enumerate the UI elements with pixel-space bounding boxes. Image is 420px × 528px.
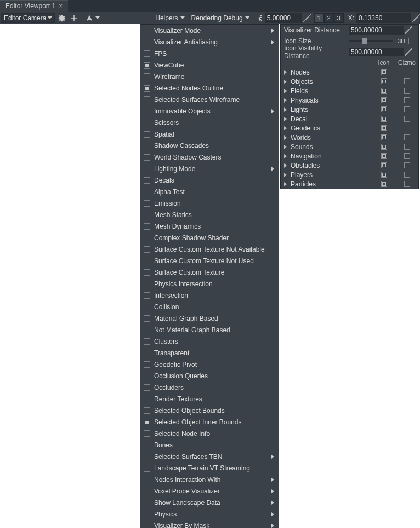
menu-item[interactable]: FPS — [140, 48, 279, 59]
helpers-dropdown[interactable]: Helpers — [152, 12, 188, 24]
tree-row[interactable]: Objects — [281, 77, 418, 86]
menu-item[interactable]: Not Material Graph Based — [140, 324, 279, 336]
tree-row[interactable]: Lights — [281, 105, 418, 114]
checkbox[interactable] — [144, 189, 150, 195]
menu-item[interactable]: Collision — [140, 301, 279, 313]
menu-item[interactable]: Selected Node Info — [140, 428, 279, 439]
tree-row[interactable]: Nodes — [281, 67, 418, 77]
gizmo-toggle[interactable] — [404, 88, 410, 94]
menu-item[interactable]: Selected Surfaces Wireframe — [140, 94, 279, 105]
menu-item[interactable]: Voxel Probe Visualizer — [140, 485, 279, 497]
checkbox[interactable] — [144, 177, 150, 184]
checkbox[interactable] — [144, 258, 150, 264]
gizmo-toggle[interactable] — [404, 116, 410, 122]
menu-item[interactable]: Mesh Dynamics — [140, 220, 279, 232]
checkbox[interactable] — [144, 212, 150, 218]
menu-item[interactable]: Alpha Test — [140, 186, 279, 197]
icon-toggle[interactable] — [381, 134, 387, 140]
checkbox[interactable] — [144, 465, 150, 472]
menu-item[interactable]: Show Landscape Data — [140, 497, 279, 508]
view-button-1[interactable]: 1 — [314, 13, 324, 23]
checkbox[interactable] — [144, 73, 150, 80]
expand-icon[interactable] — [284, 70, 287, 75]
expand-icon[interactable] — [284, 89, 287, 93]
tree-row[interactable]: Decal — [281, 114, 418, 123]
checkbox[interactable] — [144, 430, 150, 437]
navigation-icon[interactable] — [84, 13, 94, 23]
expand-icon[interactable] — [284, 126, 287, 130]
gizmo-toggle[interactable] — [404, 153, 410, 159]
menu-item[interactable]: Lighting Mode — [140, 163, 279, 174]
gear-icon[interactable] — [57, 13, 67, 23]
expand-icon[interactable] — [284, 135, 287, 140]
speed-input[interactable] — [265, 13, 302, 23]
checkbox[interactable] — [144, 131, 150, 138]
icon-vis-input[interactable] — [349, 48, 404, 56]
expand-icon[interactable] — [284, 117, 287, 121]
gizmo-toggle[interactable] — [404, 134, 410, 140]
three-d-checkbox[interactable] — [408, 38, 415, 44]
resize-icon[interactable] — [405, 26, 412, 34]
menu-item[interactable]: Surface Custom Texture Not Used — [140, 255, 279, 266]
menu-item[interactable]: Occluders — [140, 382, 279, 393]
icon-toggle[interactable] — [381, 106, 387, 112]
person-run-icon[interactable] — [255, 13, 265, 23]
icon-toggle[interactable] — [381, 153, 387, 159]
tree-row[interactable]: Geodetics — [281, 123, 418, 133]
checkbox[interactable] — [144, 396, 150, 402]
gizmo-toggle[interactable] — [404, 78, 410, 84]
checkbox[interactable] — [144, 154, 150, 161]
checkbox[interactable] — [144, 292, 150, 299]
menu-item[interactable]: Shadow Cascades — [140, 140, 279, 151]
menu-item[interactable]: Visualizer Antialiasing — [140, 36, 279, 48]
menu-item[interactable]: Material Graph Based — [140, 313, 279, 324]
camera-select[interactable]: Editor Camera — [1, 13, 55, 23]
expand-icon[interactable] — [284, 107, 287, 112]
checkbox[interactable] — [144, 50, 150, 57]
expand-icon[interactable] — [284, 80, 287, 84]
icon-toggle[interactable] — [381, 181, 387, 187]
close-icon[interactable]: × — [59, 2, 63, 10]
menu-item[interactable]: Intersection — [140, 289, 279, 301]
icon-toggle[interactable] — [381, 88, 387, 94]
slider-thumb[interactable] — [362, 38, 367, 44]
rendering-debug-dropdown[interactable]: Rendering Debug — [188, 12, 253, 24]
tree-row[interactable]: Fields — [281, 86, 418, 95]
gizmo-toggle[interactable] — [404, 144, 410, 150]
menu-item[interactable]: Selected Surfaces TBN — [140, 451, 279, 462]
gizmo-toggle[interactable] — [404, 162, 410, 168]
menu-item[interactable]: Transparent — [140, 347, 279, 359]
menu-item[interactable]: Selected Object Inner Bounds — [140, 416, 279, 428]
expand-icon[interactable] — [284, 154, 287, 158]
menu-item[interactable]: Wireframe — [140, 71, 279, 82]
tree-row[interactable]: Obstacles — [281, 161, 418, 170]
menu-item[interactable]: Decals — [140, 174, 279, 186]
menu-item[interactable]: ViewCube — [140, 59, 279, 71]
menu-item[interactable]: Selected Object Bounds — [140, 405, 279, 416]
icon-toggle[interactable] — [381, 162, 387, 168]
tree-row[interactable]: Physicals — [281, 95, 418, 105]
menu-item[interactable]: Visualizer By Mask — [140, 520, 279, 528]
gizmo-toggle[interactable] — [404, 106, 410, 112]
menu-item[interactable]: World Shadow Casters — [140, 151, 279, 163]
icon-size-slider[interactable] — [349, 40, 393, 42]
checkbox[interactable] — [144, 85, 150, 92]
checkbox[interactable] — [144, 407, 150, 414]
checkbox[interactable] — [144, 143, 150, 149]
menu-item[interactable]: Selected Nodes Outline — [140, 82, 279, 94]
icon-toggle[interactable] — [381, 78, 387, 84]
tree-row[interactable]: Players — [281, 170, 418, 179]
expand-icon[interactable] — [284, 163, 287, 168]
icon-toggle[interactable] — [381, 116, 387, 122]
view-button-3[interactable]: 3 — [334, 13, 344, 23]
checkbox[interactable] — [144, 327, 150, 333]
viewport-tab[interactable]: Editor Viewport 1 × — [0, 0, 68, 12]
menu-item[interactable]: Render Textures — [140, 393, 279, 405]
menu-item[interactable]: Scissors — [140, 117, 279, 128]
menu-item[interactable]: Surface Custom Texture Not Available — [140, 243, 279, 255]
icon-toggle[interactable] — [381, 144, 387, 150]
menu-item[interactable]: Emission — [140, 197, 279, 209]
gizmo-toggle[interactable] — [404, 97, 410, 103]
checkbox[interactable] — [144, 281, 150, 287]
checkbox[interactable] — [144, 120, 150, 126]
